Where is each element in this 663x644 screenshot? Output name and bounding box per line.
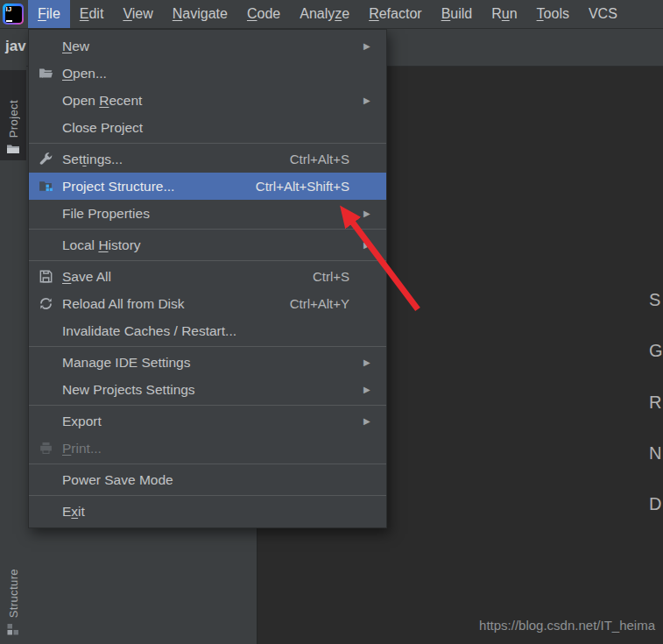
menu-tools[interactable]: Tools [527, 0, 579, 28]
menu-item-reload-all-from-disk[interactable]: Reload All from DiskCtrl+Alt+Y [29, 290, 386, 317]
menu-separator [29, 260, 386, 261]
intellij-logo-icon: IJ [3, 4, 24, 25]
navigation-bar-project-name[interactable]: jav [5, 38, 26, 55]
intellij-logo-text: IJ [6, 6, 12, 13]
menu-separator [29, 495, 386, 496]
submenu-arrow-icon: ▶ [363, 87, 386, 114]
menu-item-label: Open Recent [62, 93, 363, 109]
menu-separator [29, 143, 386, 144]
file-menu-dropdown: New▶Open...Open Recent▶Close ProjectSett… [28, 29, 387, 528]
printer-icon [29, 441, 62, 456]
menu-item-manage-ide-settings[interactable]: Manage IDE Settings▶ [29, 349, 386, 376]
wrench-icon [29, 152, 62, 166]
menu-navigate[interactable]: Navigate [163, 0, 237, 28]
menu-item-print: Print... [29, 435, 386, 462]
menu-item-shortcut: Ctrl+Alt+S [290, 152, 349, 166]
menu-separator [29, 405, 386, 406]
editor-hint-letter: S [649, 289, 660, 310]
menu-item-export[interactable]: Export▶ [29, 407, 386, 435]
menu-item-label: Exit [62, 504, 363, 520]
submenu-arrow-icon: ▶ [363, 349, 386, 376]
menu-item-invalidate-caches-restart[interactable]: Invalidate Caches / Restart... [29, 317, 386, 344]
menu-file[interactable]: File [28, 0, 70, 28]
menu-item-label: Project Structure... [62, 179, 256, 195]
folder-open-icon [29, 66, 62, 81]
menu-item-label: Close Project [62, 120, 363, 136]
menu-item-shortcut: Ctrl+Alt+Shift+S [256, 179, 349, 194]
structure-button-label: Structure [7, 569, 20, 618]
menu-edit[interactable]: Edit [70, 0, 114, 28]
menu-separator [29, 346, 386, 347]
menu-bar: IJ FileEditViewNavigateCodeAnalyzeRefact… [0, 0, 663, 29]
menu-item-label: Print... [62, 441, 363, 456]
menu-item-label: Power Save Mode [62, 472, 363, 488]
menu-bar-items: FileEditViewNavigateCodeAnalyzeRefactorB… [28, 0, 627, 28]
editor-hint-letter: N [649, 442, 661, 464]
menu-separator [29, 464, 386, 464]
save-icon [29, 269, 62, 284]
menu-separator [29, 229, 386, 230]
project-folder-icon [6, 142, 20, 156]
menu-item-local-history[interactable]: Local History▶ [29, 231, 386, 258]
menu-item-new-projects-settings[interactable]: New Projects Settings▶ [29, 376, 386, 403]
menu-build[interactable]: Build [432, 0, 483, 28]
menu-item-open-recent[interactable]: Open Recent▶ [29, 87, 386, 114]
menu-item-label: Manage IDE Settings [62, 355, 363, 371]
menu-item-label: New [62, 39, 363, 54]
menu-run[interactable]: Run [482, 0, 526, 28]
submenu-arrow-icon: ▶ [363, 376, 386, 403]
menu-code[interactable]: Code [237, 0, 290, 28]
menu-analyze[interactable]: Analyze [290, 0, 359, 28]
submenu-arrow-icon: ▶ [363, 407, 386, 435]
menu-view[interactable]: View [113, 0, 162, 28]
menu-item-label: New Projects Settings [62, 382, 363, 398]
watermark-text: https://blog.csdn.net/IT_heima [479, 618, 655, 633]
menu-item-file-properties[interactable]: File Properties▶ [29, 200, 386, 227]
menu-item-label: Settings... [62, 152, 290, 167]
menu-item-label: Local History [62, 237, 363, 253]
menu-item-shortcut: Ctrl+S [313, 269, 349, 284]
intellij-logo-underscore [6, 20, 12, 22]
menu-item-open[interactable]: Open... [29, 60, 386, 87]
menu-item-label: File Properties [62, 206, 363, 222]
editor-hint-letter: R [649, 392, 661, 413]
tool-window-button-structure[interactable]: Structure [0, 533, 26, 643]
menu-item-label: Reload All from Disk [62, 296, 290, 312]
menu-item-label: Open... [62, 66, 363, 81]
editor-hint-letter: D [649, 493, 661, 514]
menu-item-label: Export [62, 414, 363, 429]
menu-item-label: Invalidate Caches / Restart... [62, 323, 363, 339]
intellij-window: IJ FileEditViewNavigateCodeAnalyzeRefact… [0, 0, 663, 644]
menu-item-new[interactable]: New▶ [29, 32, 386, 60]
submenu-arrow-icon: ▶ [363, 32, 386, 60]
project-structure-icon [29, 179, 62, 194]
refresh-icon [29, 296, 62, 311]
menu-item-project-structure[interactable]: Project Structure...Ctrl+Alt+Shift+S [29, 173, 386, 200]
menu-item-save-all[interactable]: Save AllCtrl+S [29, 263, 386, 290]
editor-hint-letter: G [649, 340, 663, 361]
menu-item-power-save-mode[interactable]: Power Save Mode [29, 466, 386, 493]
menu-vcs[interactable]: VCS [579, 0, 627, 28]
structure-icon [6, 622, 20, 636]
tool-window-button-project[interactable]: Project [0, 70, 26, 160]
project-button-label: Project [7, 100, 20, 138]
menu-refactor[interactable]: Refactor [359, 0, 431, 28]
submenu-arrow-icon: ▶ [363, 231, 386, 258]
menu-item-close-project[interactable]: Close Project [29, 114, 386, 141]
submenu-arrow-icon: ▶ [363, 200, 386, 227]
menu-item-shortcut: Ctrl+Alt+Y [290, 296, 349, 311]
menu-item-exit[interactable]: Exit [29, 498, 386, 525]
menu-item-label: Save All [62, 269, 313, 285]
menu-item-settings[interactable]: Settings...Ctrl+Alt+S [29, 145, 386, 173]
